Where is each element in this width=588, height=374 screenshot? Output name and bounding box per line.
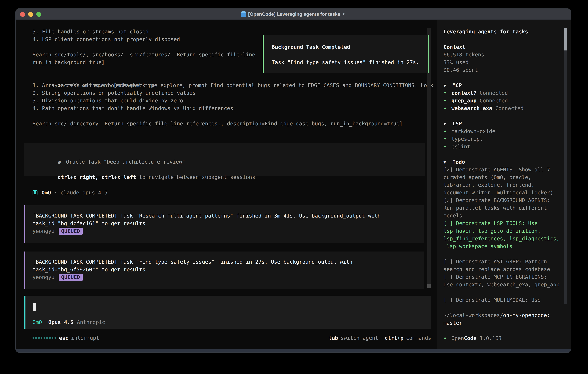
task-line1: [BACKGROUND TASK COMPLETED] Task "Find t… (32, 258, 424, 266)
minimize-window-button[interactable] (28, 12, 33, 17)
notification-title: Background Task Completed (272, 43, 428, 51)
mcp-item: •websearch_exa Connected (443, 104, 567, 112)
mcp-header[interactable]: ▼MCP (443, 82, 567, 89)
mcp-server-name: context7 (452, 90, 480, 96)
spacer (272, 51, 428, 58)
tool-call-line: 2. String operations on potentially unde… (32, 89, 446, 97)
esc-key-hint: esc (59, 335, 68, 341)
mcp-header-label: MCP (452, 82, 462, 88)
green-dot-icon: • (443, 143, 452, 150)
todo-section: ▼Todo [✓] Demonstrate AGENTS: Show all 7… (443, 158, 567, 304)
agent-square-icon (32, 190, 37, 195)
mcp-server-name: websearch_exa (452, 105, 495, 111)
window-bottom-edge (16, 349, 571, 353)
window-titlebar[interactable]: [OpenCode] Leveraging agents for tasks ◐ (16, 9, 571, 20)
version-block: •OpenCode 1.0.163 (443, 334, 567, 342)
sidebar-title-block: Leveraging agents for tasks (443, 28, 567, 35)
workspace-path: ~/local-workspaces/oh-my-opencode: (443, 311, 567, 319)
prompt-input[interactable]: OmOOpus 4.5Anthropic (24, 296, 431, 329)
input-agent-name: OmO (32, 319, 42, 325)
oracle-task-title: ◉Oracle Task "Deep architecture review" (32, 150, 425, 158)
todo-line: Use context7, websearch_exa, grep_app (443, 281, 567, 288)
collapse-triangle-icon: ▼ (443, 158, 452, 166)
traffic-lights (20, 12, 41, 17)
mcp-item: •grep_app Connected (443, 97, 567, 104)
separator-dot: · (54, 190, 57, 196)
queued-badge: QUEUED (59, 274, 83, 281)
chat-line (32, 43, 255, 51)
app-name-bold: Code (464, 335, 477, 341)
status-bar: esc interrupt tab switch agent ctrl+p co… (32, 334, 431, 342)
context-line: $0.46 spent (443, 66, 567, 74)
close-window-button[interactable] (20, 12, 25, 17)
radio-circle-icon: ◉ (58, 158, 66, 166)
lsp-section: ▼LSP •markdown-oxide•typescript•eslint (443, 120, 567, 150)
input-provider: Anthropic (77, 319, 105, 325)
green-dot-icon: • (443, 97, 452, 104)
sidebar-scrollbar[interactable] (564, 28, 567, 304)
lsp-server-name: eslint (452, 144, 470, 150)
status-bullet-icon: • (443, 334, 452, 342)
agent-name: OmO (42, 190, 51, 196)
lsp-header-label: LSP (452, 121, 462, 126)
green-dot-icon: • (443, 89, 452, 97)
workspace-repo: oh-my-opencode: (503, 312, 550, 318)
spinner-dot-icon (41, 337, 42, 339)
terminal-window: [OpenCode] Leveraging agents for tasks ◐… (16, 9, 571, 353)
tool-call-line (32, 112, 446, 120)
todo-line: [ ] Demonstrate MCP INTEGRATIONS: (443, 273, 567, 281)
hint-text: to navigate between subagent sessions (136, 174, 255, 180)
sidebar-scrollbar-thumb[interactable] (564, 28, 567, 51)
tool-call-line: Search src/ directory. Return specific f… (32, 120, 446, 127)
task-line2: task_id="bg_6f59260c" to get results. (32, 266, 424, 273)
task-meta: yeongyuQUEUED (32, 273, 424, 281)
agent-model: claude-opus-4-5 (61, 190, 107, 196)
workspace-block: ~/local-workspaces/oh-my-opencode: maste… (443, 311, 567, 327)
todo-header[interactable]: ▼Todo (443, 158, 567, 166)
task-author: yeongyu (32, 274, 54, 280)
todo-line: [ ] Demonstrate LSP TOOLS: Use (443, 219, 567, 227)
todo-line: librarian, explore, frontend, (443, 181, 567, 189)
background-task-box: [BACKGROUND TASK COMPLETED] Task "Resear… (24, 205, 424, 243)
lsp-header[interactable]: ▼LSP (443, 120, 567, 127)
session-title: Leveraging agents for tasks (443, 28, 567, 35)
task-author: yeongyu (32, 228, 54, 234)
workspace-branch: master (443, 319, 567, 327)
tool-call-block: ⚙call_omo_agent [subagent_type=explore, … (32, 74, 446, 127)
spinner-dot-icon (49, 337, 51, 339)
collapse-triangle-icon: ▼ (443, 120, 452, 128)
tab-action-label: switch agent (341, 335, 378, 341)
collapse-triangle-icon: ▼ (443, 82, 452, 89)
lsp-item: •typescript (443, 135, 567, 143)
tool-call-line: 3. Division operations that could divide… (32, 97, 446, 104)
spinner-dot-icon (32, 337, 34, 339)
esc-action-label: interrupt (71, 335, 99, 341)
mcp-server-status: Connected (495, 105, 524, 111)
todo-line: [ ] Demonstrate MULTIMODAL: Use (443, 296, 567, 304)
agent-header: OmO · claude-opus-4-5 (32, 189, 107, 197)
context-line: 33% used (443, 58, 567, 66)
oracle-task-title-text: Oracle Task "Deep architecture review" (66, 159, 185, 165)
todo-line (443, 288, 567, 296)
zoom-window-button[interactable] (36, 12, 41, 17)
todo-line: [ ] Demonstrate AST-GREP: Pattern (443, 258, 567, 265)
mcp-server-status: Connected (480, 90, 508, 96)
moon-icon: ◐ (342, 11, 345, 17)
green-dot-icon: • (443, 104, 452, 112)
chat-line: 4. LSP client connections not properly d… (32, 35, 255, 43)
background-task-box: [BACKGROUND TASK COMPLETED] Task "Find t… (24, 251, 424, 289)
oracle-task-box[interactable]: ◉Oracle Task "Deep architecture review" … (24, 143, 425, 176)
notification-body: Task "Find type safety issues" finished … (272, 58, 428, 66)
chat-scrollbar-thumb[interactable] (427, 284, 430, 288)
workspace-prefix: ~/local-workspaces/ (443, 312, 503, 318)
text-cursor (33, 303, 36, 311)
lsp-server-name: typescript (452, 136, 483, 142)
spinner-dot-icon (52, 337, 53, 339)
todo-line: document-writer, multimodal-looker) (443, 189, 567, 197)
oracle-task-hint: ctrl+x right, ctrl+x left to navigate be… (32, 166, 425, 173)
spinner-dot-icon (54, 337, 56, 339)
status-right: tab switch agent ctrl+p commands (329, 335, 431, 341)
task-boxes: [BACKGROUND TASK COMPLETED] Task "Resear… (24, 205, 424, 298)
green-dot-icon: • (443, 135, 452, 143)
todo-line: search and replace across codebase (443, 265, 567, 273)
